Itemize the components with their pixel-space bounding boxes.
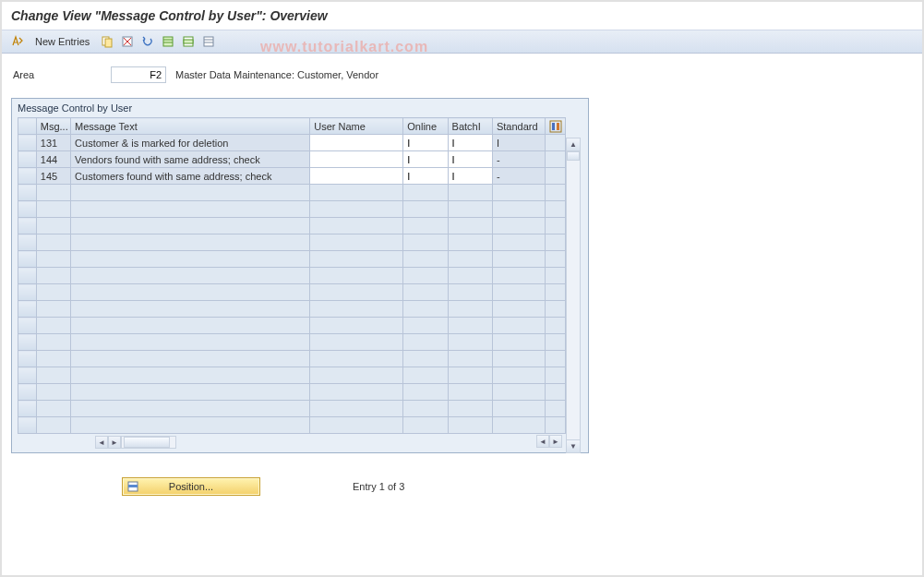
area-description: Master Data Maintenance: Customer, Vendo…	[175, 69, 378, 80]
hscroll-left2-icon[interactable]: ◄	[536, 435, 549, 448]
table-row	[18, 334, 566, 351]
cell-text: Vendors found with same address; check	[71, 151, 310, 168]
row-selector[interactable]	[18, 367, 37, 384]
hscroll-track-left[interactable]	[121, 436, 176, 449]
cell-batch[interactable]	[448, 151, 492, 168]
scroll-down-icon[interactable]: ▼	[567, 439, 580, 452]
cell-msg: 145	[36, 168, 70, 185]
row-selector[interactable]	[18, 417, 37, 434]
col-batch[interactable]: BatchI	[448, 118, 492, 135]
row-selector[interactable]	[18, 234, 37, 251]
cell-batch[interactable]	[448, 168, 492, 185]
cell-online[interactable]	[403, 135, 448, 151]
cell-batch[interactable]	[448, 135, 492, 151]
row-selector[interactable]	[18, 318, 37, 334]
cell-batch	[448, 268, 492, 284]
batch-input[interactable]	[449, 151, 492, 167]
cell-user[interactable]	[310, 135, 403, 151]
cell-user	[310, 201, 403, 218]
table-row: 144Vendors found with same address; chec…	[18, 151, 566, 168]
cell-batch	[448, 284, 492, 301]
hscroll-left-icon[interactable]: ◄	[95, 436, 108, 449]
user-input[interactable]	[310, 168, 402, 184]
svg-rect-10	[204, 37, 213, 46]
position-button[interactable]: Position...	[122, 477, 260, 496]
row-selector[interactable]	[18, 268, 37, 284]
row-selector[interactable]	[18, 334, 37, 351]
scroll-thumb[interactable]	[567, 151, 580, 161]
col-user[interactable]: User Name	[310, 118, 403, 135]
cell-msg	[36, 301, 70, 318]
cell-standard	[492, 401, 545, 417]
row-selector[interactable]	[18, 284, 37, 301]
toggle-icon[interactable]	[9, 33, 26, 50]
cell-online	[403, 351, 448, 367]
row-selector[interactable]	[18, 251, 37, 268]
cell-online	[403, 268, 448, 284]
batch-input[interactable]	[449, 168, 492, 184]
cell-standard	[492, 201, 545, 218]
undo-icon[interactable]	[139, 33, 156, 50]
user-input[interactable]	[310, 151, 402, 167]
row-selector[interactable]	[18, 135, 37, 151]
page-title: Change View "Message Control by User": O…	[2, 2, 922, 30]
cell-standard	[492, 301, 545, 318]
hscroll-thumb-left[interactable]	[124, 437, 170, 448]
cell-user	[310, 268, 403, 284]
svg-rect-17	[128, 485, 138, 487]
online-input[interactable]	[403, 168, 447, 184]
user-input[interactable]	[310, 135, 402, 150]
cell-user	[310, 185, 403, 201]
vertical-scrollbar[interactable]: ▲ ▼	[566, 138, 581, 453]
scroll-up-icon[interactable]: ▲	[567, 138, 580, 151]
col-text[interactable]: Message Text	[71, 118, 310, 135]
new-entries-button[interactable]: New Entries	[30, 33, 95, 50]
cell-msg	[36, 318, 70, 334]
table-row	[18, 268, 566, 284]
copy-as-icon[interactable]	[99, 33, 115, 50]
row-selector[interactable]	[18, 351, 37, 367]
row-selector[interactable]	[18, 384, 37, 401]
cell-online	[403, 284, 448, 301]
cell-standard: -	[492, 151, 545, 168]
cell-standard	[492, 417, 545, 434]
row-selector[interactable]	[18, 401, 37, 417]
row-selector[interactable]	[18, 168, 37, 185]
deselect-all-icon[interactable]	[200, 33, 217, 50]
area-input[interactable]	[111, 66, 166, 83]
cell-online	[403, 384, 448, 401]
hscroll-right2-icon[interactable]: ►	[549, 435, 562, 448]
col-msg[interactable]: Msg...	[36, 118, 70, 135]
cell-msg	[36, 268, 70, 284]
col-online[interactable]: Online	[403, 118, 448, 135]
hscroll-right-icon[interactable]: ►	[108, 436, 121, 449]
table-config-icon[interactable]	[545, 118, 565, 135]
batch-input[interactable]	[449, 135, 492, 150]
cell-user[interactable]	[310, 151, 403, 168]
delete-icon[interactable]	[119, 33, 136, 50]
cell-online[interactable]	[403, 168, 448, 185]
cell-msg	[36, 351, 70, 367]
cell-online[interactable]	[403, 151, 448, 168]
online-input[interactable]	[403, 135, 447, 150]
cell-user[interactable]	[310, 168, 403, 185]
col-standard[interactable]: Standard	[492, 118, 545, 135]
cell-batch	[448, 251, 492, 268]
cell-user	[310, 251, 403, 268]
cell-pad	[545, 151, 565, 168]
cell-pad	[545, 401, 565, 417]
cell-standard	[492, 318, 545, 334]
select-all-rows[interactable]	[18, 118, 37, 135]
row-selector[interactable]	[18, 185, 37, 201]
cell-batch	[448, 367, 492, 384]
cell-batch	[448, 318, 492, 334]
row-selector[interactable]	[18, 301, 37, 318]
select-all-icon[interactable]	[160, 33, 176, 50]
cell-msg: 144	[36, 151, 70, 168]
svg-rect-14	[552, 123, 555, 130]
row-selector[interactable]	[18, 201, 37, 218]
online-input[interactable]	[403, 151, 447, 167]
select-block-icon[interactable]	[180, 33, 197, 50]
row-selector[interactable]	[18, 218, 37, 234]
row-selector[interactable]	[18, 151, 37, 168]
